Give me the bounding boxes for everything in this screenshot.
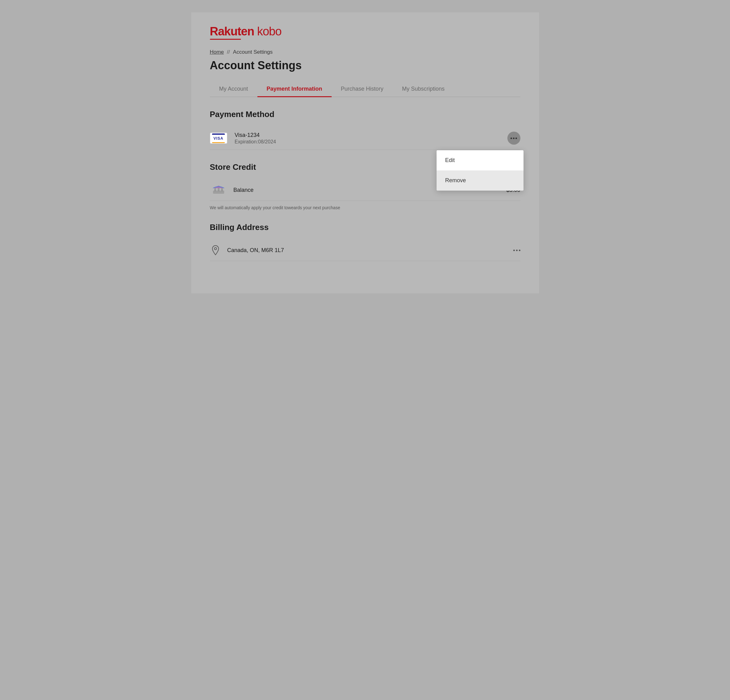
page-title: Account Settings	[210, 59, 520, 72]
svg-point-5	[214, 248, 216, 250]
tab-my-account[interactable]: My Account	[210, 81, 257, 96]
svg-rect-1	[214, 188, 216, 191]
card-expiry-label: Expiration:	[235, 139, 258, 144]
card-expiry: Expiration:08/2024	[235, 139, 507, 145]
page-container: Rakuten kobo Home // Account Settings Ac…	[191, 12, 539, 293]
more-button-container: Edit Remove	[507, 131, 520, 145]
logo-underline	[210, 39, 241, 40]
logo-kobo: kobo	[257, 25, 281, 38]
address-dot-1	[513, 249, 515, 251]
card-details: Visa-1234 Expiration:08/2024	[235, 132, 507, 145]
address-more-dots[interactable]	[513, 249, 520, 251]
address-dot-3	[519, 249, 520, 251]
billing-address-section: Billing Address Canada, ON, M6R 1L7	[210, 223, 520, 261]
dropdown-remove-item[interactable]: Remove	[437, 171, 524, 191]
logo-text: Rakuten kobo	[210, 25, 520, 38]
card-name: Visa-1234	[235, 132, 507, 139]
tabs-container: My Account Payment Information Purchase …	[210, 81, 520, 97]
visa-brand-label: VISA	[213, 136, 223, 141]
breadcrumb: Home // Account Settings	[210, 49, 520, 55]
store-credit-icon	[210, 184, 227, 195]
breadcrumb-current: Account Settings	[233, 49, 273, 55]
address-dot-2	[516, 249, 518, 251]
payment-method-title: Payment Method	[210, 109, 520, 119]
breadcrumb-home-link[interactable]: Home	[210, 49, 224, 55]
address-text: Canada, ON, M6R 1L7	[227, 247, 513, 254]
svg-rect-2	[218, 188, 219, 191]
svg-rect-3	[221, 188, 223, 191]
tab-payment-information[interactable]: Payment Information	[257, 81, 331, 96]
visa-icon: VISA	[210, 133, 229, 144]
more-dots-icon	[511, 137, 517, 139]
dot-1	[511, 137, 512, 139]
logo: Rakuten kobo	[210, 25, 520, 40]
logo-rakuten: Rakuten	[210, 25, 254, 38]
card-more-button[interactable]	[507, 131, 520, 145]
tab-purchase-history[interactable]: Purchase History	[331, 81, 393, 96]
credit-note: We will automatically apply your credit …	[210, 205, 520, 210]
dot-3	[515, 137, 517, 139]
payment-method-section: Payment Method VISA Visa-1234	[210, 109, 520, 150]
location-pin-icon	[210, 245, 221, 256]
card-expiry-value: 08/2024	[258, 139, 276, 144]
address-row: Canada, ON, M6R 1L7	[210, 240, 520, 261]
dot-2	[513, 137, 514, 139]
billing-address-title: Billing Address	[210, 223, 520, 232]
tab-my-subscriptions[interactable]: My Subscriptions	[393, 81, 454, 96]
card-dropdown-menu: Edit Remove	[437, 150, 524, 191]
breadcrumb-separator: //	[227, 49, 230, 55]
dropdown-edit-item[interactable]: Edit	[437, 150, 524, 171]
card-row: VISA Visa-1234 Expiration:08/2024	[210, 127, 520, 150]
